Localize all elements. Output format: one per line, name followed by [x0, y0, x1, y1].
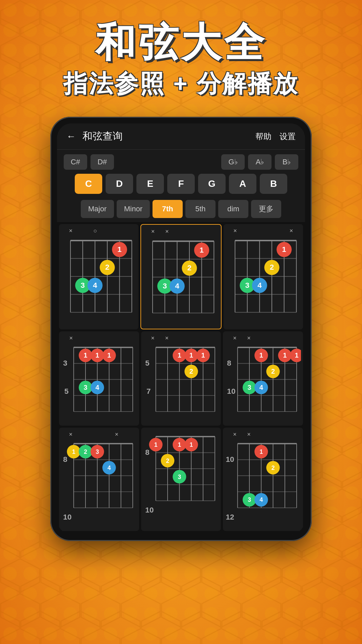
fretboard-svg-4: 3 [61, 343, 137, 421]
string-marker: × [165, 335, 169, 342]
svg-text:10: 10 [63, 513, 71, 522]
chord-row-1: × ○ [59, 224, 303, 329]
tab-minor[interactable]: Minor [117, 200, 150, 218]
string-marker: ○ [94, 227, 97, 234]
chord-diagram-1[interactable]: × ○ [59, 224, 138, 329]
chord-diagram-2[interactable]: × × [140, 224, 221, 329]
svg-text:4: 4 [257, 281, 262, 289]
key-d-sharp[interactable]: D# [90, 154, 114, 170]
svg-text:3: 3 [178, 474, 181, 480]
sub-title: 指法参照 + 分解播放 [63, 68, 299, 100]
svg-text:1: 1 [96, 351, 99, 359]
svg-text:2: 2 [166, 458, 169, 464]
string-marker: × [233, 335, 237, 342]
svg-text:1: 1 [260, 448, 263, 455]
tab-more[interactable]: 更多 [251, 200, 281, 218]
string-marker: × [233, 431, 237, 438]
svg-text:3: 3 [63, 358, 67, 367]
back-button[interactable]: ← [66, 131, 76, 142]
key-f[interactable]: F [167, 174, 195, 194]
key-g-flat[interactable]: G♭ [221, 154, 245, 170]
fretboard-svg-2: 1 2 3 4 [143, 236, 219, 324]
svg-text:3: 3 [248, 497, 251, 503]
chord-diagrams-container: × ○ [57, 222, 305, 534]
svg-text:8: 8 [227, 358, 232, 367]
key-d[interactable]: D [106, 174, 133, 194]
svg-text:1: 1 [83, 351, 87, 359]
svg-text:1: 1 [117, 245, 122, 254]
chord-diagram-3[interactable]: × × [224, 224, 303, 329]
key-c[interactable]: C [75, 174, 102, 194]
key-e[interactable]: E [136, 174, 164, 194]
string-marker: × [115, 431, 119, 438]
natural-keys-row: C D E F G A B [57, 172, 305, 197]
string-marker: × [69, 227, 73, 234]
svg-text:2: 2 [84, 448, 87, 455]
string-marker: × [247, 335, 251, 342]
svg-text:1: 1 [259, 351, 263, 359]
string-marker: × [290, 227, 293, 234]
chord-diagram-4[interactable]: × 3 [59, 331, 139, 426]
svg-text:1: 1 [178, 441, 181, 448]
key-b-flat[interactable]: B♭ [275, 154, 298, 170]
svg-text:3: 3 [83, 383, 87, 391]
fretboard-svg-9: 10 [225, 439, 301, 526]
key-g[interactable]: G [198, 174, 226, 194]
key-c-sharp[interactable]: C# [64, 154, 87, 170]
svg-text:4: 4 [108, 465, 111, 471]
chord-diagram-5[interactable]: × × 5 [141, 331, 221, 426]
string-marker: × [69, 335, 73, 342]
main-title: 和弦大全 [63, 20, 299, 64]
chord-row-2: × 3 [59, 331, 303, 426]
svg-text:3: 3 [248, 383, 251, 391]
fretboard-svg-3: 1 2 3 4 [226, 236, 301, 323]
header-section: 和弦大全 指法参照 + 分解播放 [63, 0, 299, 100]
svg-text:10: 10 [226, 455, 234, 464]
svg-text:1: 1 [154, 441, 158, 448]
chord-row-3: × × 8 [59, 428, 303, 531]
svg-text:1: 1 [189, 441, 193, 448]
tab-major[interactable]: Major [81, 200, 114, 218]
fretboard-svg-6: 8 [225, 343, 301, 421]
phone-wrapper: ← 和弦查询 帮助 设置 C# D# G♭ A♭ B♭ [50, 117, 312, 541]
fretboard-svg-7: 8 [61, 439, 137, 526]
svg-text:2: 2 [189, 367, 193, 375]
svg-text:1: 1 [189, 351, 193, 359]
chord-diagram-9[interactable]: × × 10 [223, 428, 303, 531]
chord-diagram-7[interactable]: × × 8 [59, 428, 139, 531]
settings-button[interactable]: 设置 [280, 131, 296, 142]
svg-text:4: 4 [260, 497, 263, 503]
fretboard-svg-5: 5 [143, 343, 219, 421]
string-marker: × [165, 228, 169, 235]
tab-5th[interactable]: 5th [185, 200, 216, 218]
svg-text:3: 3 [96, 448, 99, 455]
svg-text:1: 1 [200, 246, 204, 254]
svg-text:4: 4 [259, 383, 263, 391]
string-marker: × [233, 227, 237, 234]
svg-text:8: 8 [63, 455, 67, 464]
help-button[interactable]: 帮助 [255, 131, 272, 142]
svg-text:5: 5 [145, 358, 149, 367]
key-b[interactable]: B [260, 174, 287, 194]
topbar-actions: 帮助 设置 [255, 131, 296, 142]
screen-title: 和弦查询 [82, 129, 255, 143]
svg-text:1: 1 [177, 351, 181, 359]
chord-diagram-8[interactable]: 8 [141, 428, 221, 531]
tab-7th[interactable]: 7th [153, 200, 183, 218]
svg-text:12: 12 [226, 513, 234, 522]
chord-type-tabs: Major Minor 7th 5th dim 更多 [57, 197, 305, 222]
svg-text:2: 2 [187, 264, 192, 272]
svg-text:3: 3 [245, 281, 249, 289]
svg-text:1: 1 [282, 245, 286, 254]
svg-text:4: 4 [93, 281, 97, 289]
svg-text:2: 2 [272, 465, 275, 471]
svg-text:2: 2 [271, 367, 275, 375]
svg-text:8: 8 [145, 448, 149, 457]
sharp-keys-row: C# D# G♭ A♭ B♭ [57, 150, 305, 172]
svg-text:1: 1 [107, 351, 111, 359]
key-a-flat[interactable]: A♭ [248, 154, 272, 170]
key-a[interactable]: A [229, 174, 256, 194]
chord-diagram-6[interactable]: × × 8 [223, 331, 303, 426]
svg-text:2: 2 [105, 263, 110, 271]
tab-dim[interactable]: dim [218, 200, 248, 218]
